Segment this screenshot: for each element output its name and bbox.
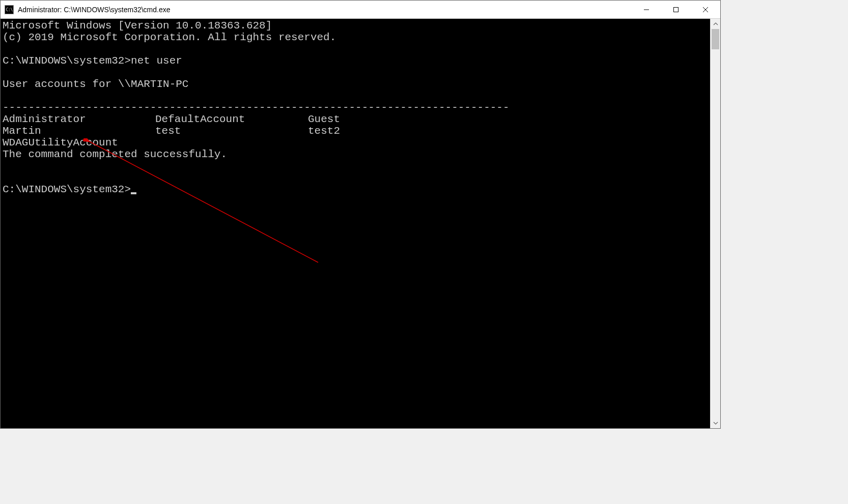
user-account: Administrator [3,113,155,125]
close-button[interactable] [691,1,720,18]
copyright-line: (c) 2019 Microsoft Corporation. All righ… [3,32,336,43]
scroll-up-arrow[interactable] [711,19,720,29]
user-account: test2 [308,125,461,137]
window-controls [632,1,720,18]
user-account: DefaultAccount [155,113,308,125]
user-account: Guest [308,113,461,125]
scroll-down-arrow[interactable] [711,418,720,428]
minimize-button[interactable] [632,1,661,18]
chevron-up-icon [713,22,718,25]
scroll-track[interactable] [711,29,720,418]
user-account: test [155,125,308,137]
command-text: net user [131,55,182,67]
maximize-button[interactable] [661,1,691,18]
terminal-output[interactable]: Microsoft Windows [Version 10.0.18363.62… [1,19,710,428]
user-row: Martintesttest2 [3,125,708,137]
completion-message: The command completed successfully. [3,149,227,160]
cmd-icon: C:\ [5,5,14,14]
chevron-down-icon [713,422,718,425]
user-account: WDAGUtilityAccount [3,137,155,149]
close-icon [702,7,709,13]
prompt: C:\WINDOWS\system32> [3,55,131,67]
svg-rect-1 [674,7,679,12]
version-line: Microsoft Windows [Version 10.0.18363.62… [3,20,272,32]
titlebar[interactable]: C:\ Administrator: C:\WINDOWS\system32\c… [1,1,720,19]
output-header: User accounts for \\MARTIN-PC [3,78,188,90]
maximize-icon [673,7,679,13]
vertical-scrollbar[interactable] [710,19,720,428]
user-account: Martin [3,125,155,137]
prompt: C:\WINDOWS\system32> [3,184,131,195]
scroll-thumb[interactable] [712,29,719,49]
user-row: WDAGUtilityAccount [3,137,708,149]
user-row: AdministratorDefaultAccountGuest [3,113,708,125]
window-title: Administrator: C:\WINDOWS\system32\cmd.e… [18,6,632,14]
cmd-window: C:\ Administrator: C:\WINDOWS\system32\c… [0,0,721,429]
content-area: Microsoft Windows [Version 10.0.18363.62… [1,19,720,428]
minimize-icon [643,7,649,13]
separator-line: ----------------------------------------… [3,102,510,113]
cursor [131,192,136,194]
